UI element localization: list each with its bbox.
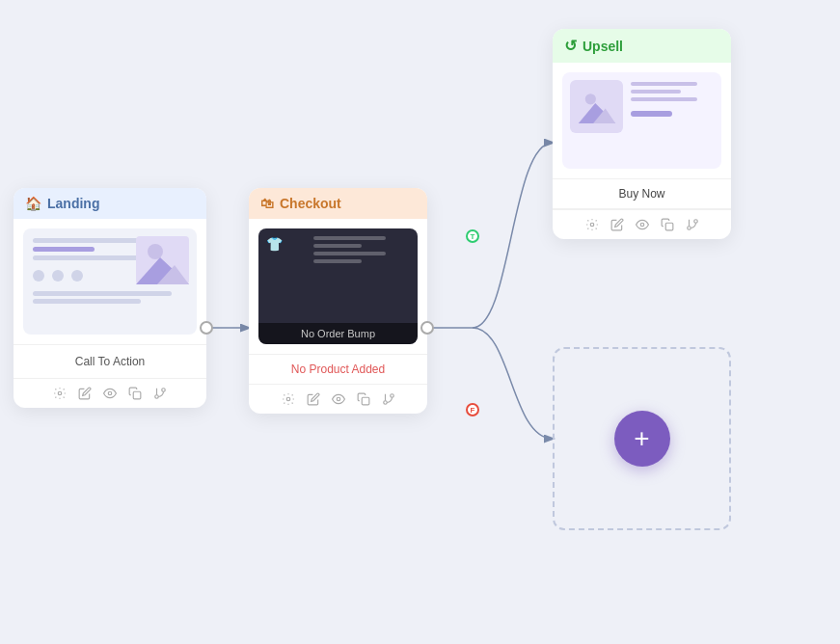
- upsell-edit-icon[interactable]: [610, 218, 624, 231]
- upsell-view-icon[interactable]: [636, 218, 649, 231]
- checkout-title: Checkout: [280, 196, 341, 211]
- upsell-mountain-svg: [578, 90, 616, 123]
- svg-point-14: [337, 397, 340, 401]
- svg-point-27: [687, 227, 691, 230]
- landing-cta: Call To Action: [14, 344, 206, 378]
- landing-card-header: 🏠 Landing: [14, 188, 206, 219]
- buy-now-button[interactable]: Buy Now: [553, 178, 731, 209]
- landing-copy-icon[interactable]: [128, 387, 142, 400]
- upsell-card: ↺ Upsell Buy: [553, 29, 731, 239]
- landing-settings-icon[interactable]: [53, 387, 67, 400]
- landing-card-icons: [14, 378, 206, 408]
- upsell-line-1: [631, 82, 697, 86]
- preview-line-1: [33, 238, 141, 243]
- svg-point-22: [590, 223, 594, 227]
- checkout-copy-icon[interactable]: [357, 392, 370, 406]
- add-icon: +: [634, 425, 649, 452]
- checkout-item-icon: 👕: [266, 236, 283, 252]
- svg-point-26: [693, 220, 697, 224]
- checkout-line-1: [313, 236, 386, 240]
- upsell-preview-area: [553, 63, 731, 178]
- checkout-header-icon: 🛍: [260, 196, 274, 211]
- checkout-card-icons: [249, 384, 427, 414]
- add-new-card[interactable]: +: [553, 347, 731, 530]
- checkout-line-4: [313, 259, 362, 263]
- checkout-line-2: [313, 244, 362, 248]
- landing-image-area: [136, 236, 189, 284]
- no-order-bump-label: No Order Bump: [258, 323, 418, 344]
- circle-3: [71, 270, 83, 282]
- circle-1: [33, 270, 44, 282]
- bottom-line-2: [33, 299, 141, 304]
- landing-header-icon: 🏠: [25, 196, 41, 211]
- landing-branch-icon[interactable]: [153, 387, 167, 400]
- landing-view-icon[interactable]: [103, 387, 117, 400]
- checkout-branch-icon[interactable]: [382, 392, 395, 406]
- checkout-preview-area: 👕 No Order Bump: [249, 219, 427, 354]
- upsell-branch-icon[interactable]: [686, 218, 699, 231]
- canvas: 🏠 Landing: [0, 0, 840, 644]
- svg-point-11: [162, 389, 166, 392]
- no-product-added-label: No Product Added: [249, 354, 427, 384]
- checkout-view-icon[interactable]: [332, 392, 345, 406]
- svg-rect-15: [362, 397, 369, 405]
- upsell-title: Upsell: [583, 39, 623, 54]
- true-node: T: [466, 229, 479, 243]
- false-node: F: [466, 403, 479, 416]
- checkout-edit-icon[interactable]: [307, 392, 320, 406]
- landing-preview: [23, 228, 197, 335]
- checkout-text-lines: [313, 236, 410, 263]
- upsell-header-icon: ↺: [564, 37, 577, 55]
- landing-output-node: [200, 321, 213, 335]
- upsell-preview: [562, 72, 721, 169]
- upsell-card-icons: [553, 209, 731, 239]
- svg-point-12: [155, 395, 159, 399]
- checkout-card-header: 🛍 Checkout: [249, 188, 427, 219]
- bottom-line-1: [33, 291, 172, 296]
- landing-edit-icon[interactable]: [78, 387, 92, 400]
- landing-bottom-lines: [33, 291, 187, 304]
- upsell-card-header: ↺ Upsell: [553, 29, 731, 63]
- svg-point-19: [584, 94, 595, 104]
- preview-line-2: [33, 247, 95, 252]
- upsell-text-lines: [631, 80, 714, 117]
- landing-title: Landing: [47, 196, 99, 211]
- upsell-image-placeholder: [570, 80, 623, 133]
- svg-rect-24: [665, 223, 673, 230]
- svg-point-23: [640, 223, 644, 227]
- upsell-line-3: [631, 97, 697, 101]
- svg-point-17: [390, 394, 393, 398]
- checkout-settings-icon[interactable]: [282, 392, 295, 406]
- checkout-card: 🛍 Checkout 👕 No Order Bump No Product Ad…: [249, 188, 427, 414]
- upsell-settings-icon[interactable]: [585, 218, 599, 231]
- svg-point-13: [286, 397, 290, 401]
- svg-point-7: [58, 391, 62, 395]
- add-new-button[interactable]: +: [614, 411, 670, 467]
- landing-card: 🏠 Landing: [14, 188, 206, 408]
- svg-rect-9: [133, 391, 141, 399]
- svg-point-18: [383, 401, 387, 405]
- svg-point-8: [108, 391, 112, 395]
- checkout-output-node: [420, 321, 434, 335]
- svg-point-4: [148, 244, 163, 259]
- upsell-line-accent: [631, 111, 672, 117]
- upsell-line-2: [631, 90, 681, 94]
- upsell-copy-icon[interactable]: [661, 218, 674, 231]
- circle-2: [52, 270, 64, 282]
- mountain-svg: [136, 236, 189, 284]
- checkout-preview: 👕 No Order Bump: [258, 228, 418, 344]
- landing-preview-area: [14, 219, 206, 344]
- checkout-line-3: [313, 252, 386, 255]
